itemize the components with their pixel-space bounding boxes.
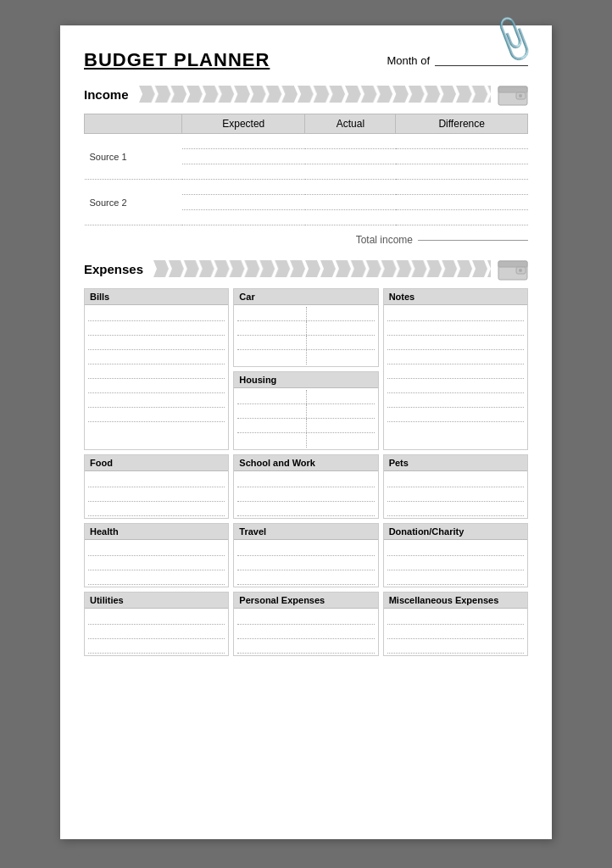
expense-line[interactable] [387, 487, 524, 502]
expense-line[interactable] [387, 336, 524, 350]
expense-line[interactable] [88, 556, 225, 570]
svg-point-11 [519, 269, 522, 272]
total-income-label: Total income [356, 234, 413, 246]
source1-actual-2[interactable] [305, 149, 396, 164]
income-label: Income [84, 87, 136, 102]
expense-line[interactable] [237, 487, 374, 502]
expense-line[interactable] [237, 433, 374, 448]
utilities-lines [85, 609, 228, 655]
expense-line[interactable] [237, 556, 374, 570]
expense-line[interactable] [387, 379, 524, 393]
expense-line[interactable] [88, 364, 225, 379]
source2-expected-3[interactable] [182, 210, 305, 225]
expense-line[interactable] [237, 610, 374, 625]
expense-line[interactable] [237, 321, 374, 336]
bills-lines [85, 305, 228, 424]
donation-header: Donation/Charity [384, 524, 527, 540]
source1-expected-2[interactable] [182, 149, 305, 164]
source1-diff-3[interactable] [396, 164, 528, 180]
expense-line[interactable] [88, 408, 225, 422]
expense-line[interactable] [237, 336, 374, 350]
source1-expected-3[interactable] [182, 164, 305, 180]
expense-line[interactable] [387, 393, 524, 408]
source2-expected-1[interactable] [182, 180, 305, 195]
expense-line[interactable] [237, 625, 374, 639]
expense-line[interactable] [387, 625, 524, 639]
expense-line[interactable] [237, 542, 374, 556]
travel-lines [234, 540, 377, 587]
misc-expenses-header: Miscellaneous Expenses [384, 593, 527, 609]
expense-line[interactable] [237, 502, 374, 516]
svg-rect-1 [139, 86, 491, 103]
source2-actual-1[interactable] [305, 180, 396, 195]
expense-line[interactable] [237, 419, 374, 433]
notes-block: Notes [383, 288, 528, 450]
source2-label: Source 2 [85, 180, 182, 225]
expense-line[interactable] [387, 307, 524, 321]
total-income-line[interactable] [418, 240, 528, 241]
expense-line[interactable] [237, 404, 374, 419]
expense-line[interactable] [88, 610, 225, 625]
expenses-wallet-icon [498, 256, 528, 281]
expense-line[interactable] [237, 350, 374, 364]
source2-actual-2[interactable] [305, 195, 396, 210]
expense-line[interactable] [387, 473, 524, 487]
expense-line[interactable] [88, 473, 225, 487]
expense-line[interactable] [88, 336, 225, 350]
income-chevron-bar [139, 86, 491, 103]
expense-line[interactable] [387, 350, 524, 364]
expense-line[interactable] [237, 307, 374, 321]
source1-expected-1[interactable] [182, 134, 305, 149]
expense-line[interactable] [88, 502, 225, 516]
food-block: Housing [233, 371, 378, 450]
expense-line[interactable] [88, 570, 225, 585]
source1-actual-3[interactable] [305, 164, 396, 180]
food-header: Housing [234, 372, 377, 388]
expense-line[interactable] [387, 321, 524, 336]
source2-actual-3[interactable] [305, 210, 396, 225]
expense-line[interactable] [387, 502, 524, 516]
expense-line[interactable] [88, 639, 225, 654]
misc-expenses-lines [384, 609, 527, 655]
source1-diff-1[interactable] [396, 134, 528, 149]
pets-lines [384, 471, 527, 518]
source1-diff-2[interactable] [396, 149, 528, 164]
expense-line[interactable] [88, 625, 225, 639]
expense-line[interactable] [88, 350, 225, 364]
pets-block: Pets [383, 454, 528, 519]
source2-diff-2[interactable] [396, 195, 528, 210]
expense-line[interactable] [237, 473, 374, 487]
expense-line[interactable] [387, 364, 524, 379]
car-lines [234, 305, 377, 366]
expense-line[interactable] [88, 393, 225, 408]
expense-line[interactable] [387, 408, 524, 422]
expense-line[interactable] [88, 379, 225, 393]
expense-line[interactable] [237, 639, 374, 654]
source2-diff-1[interactable] [396, 180, 528, 195]
expense-line[interactable] [387, 570, 524, 585]
col2-top: Car [233, 288, 378, 450]
expenses-label: Expenses [84, 262, 150, 276]
school-work-lines [234, 471, 377, 518]
expense-line[interactable] [237, 390, 374, 404]
source2-diff-3[interactable] [396, 210, 528, 225]
svg-rect-7 [153, 260, 491, 277]
expense-line[interactable] [88, 307, 225, 321]
income-table: Expected Actual Difference Source 1 [84, 114, 528, 225]
source1-actual-1[interactable] [305, 134, 396, 149]
expense-line[interactable] [237, 570, 374, 585]
pets-header: Pets [384, 455, 527, 471]
expense-line[interactable] [387, 639, 524, 654]
expenses-chevron-bar [153, 260, 491, 277]
source2-expected-2[interactable] [182, 195, 305, 210]
expense-line[interactable] [88, 542, 225, 556]
expense-line[interactable] [88, 487, 225, 502]
donation-lines [384, 540, 527, 587]
expense-line[interactable] [88, 321, 225, 336]
car-header: Car [234, 289, 377, 305]
expense-line[interactable] [387, 542, 524, 556]
expense-line[interactable] [387, 610, 524, 625]
donation-block: Donation/Charity [383, 523, 528, 587]
page-title: BUDGET PLANNER [84, 49, 270, 71]
expense-line[interactable] [387, 556, 524, 570]
